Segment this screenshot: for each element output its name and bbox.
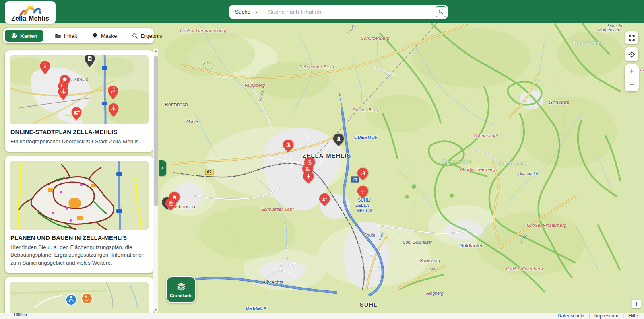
- scroll-up-icon[interactable]: ▲: [153, 49, 158, 53]
- pin-shape: [331, 132, 346, 146]
- card-description: Hier finden Sie u. a. den Flächennutzung…: [10, 243, 148, 267]
- pin-shape: [355, 184, 370, 199]
- header-bar: Zella-Mehlis Suche: [0, 0, 644, 23]
- tab-label: Ergebnis: [141, 33, 162, 39]
- badge-icon: [304, 157, 315, 167]
- footer-link-hilfe[interactable]: Hilfe: [628, 313, 638, 319]
- footer-link-impressum[interactable]: Impressum: [594, 313, 618, 319]
- search-icon: [132, 33, 138, 39]
- map-scale: 1000 m: [6, 313, 34, 317]
- map-card-planen[interactable]: PLANEN UND BAUEN IN ZELLA-MEHLISHier fin…: [5, 156, 153, 274]
- scrollbar-thumb[interactable]: [154, 56, 158, 206]
- sidebar-collapse-button[interactable]: [159, 160, 166, 176]
- zella-mehlis-logo-icon: [18, 3, 42, 17]
- footer-link-datenschutz[interactable]: Datenschutz: [557, 313, 584, 319]
- chevron-left-icon: [160, 165, 165, 171]
- pin-shape: [301, 169, 316, 184]
- footer-links: Datenschutz|Impressum|Hilfe: [557, 313, 638, 319]
- tab-label: Inhalt: [64, 33, 77, 39]
- app-logo[interactable]: Zella-Mehlis: [5, 1, 56, 24]
- search-submit-button[interactable]: [436, 6, 446, 17]
- map-card-stadtplan[interactable]: ZELLA-MEHLISONLINE-STADTPLAN ZELLA-MEHLI…: [5, 50, 153, 152]
- zoom-control: + −: [625, 64, 639, 91]
- tab-karten[interactable]: Karten: [5, 30, 43, 42]
- museum-icon: [165, 198, 176, 208]
- pin-shape: [302, 155, 317, 170]
- pin-shape: [281, 138, 296, 152]
- windmill-icon: [357, 186, 368, 196]
- card-title: ONLINE-STADTPLAN ZELLA-MEHLIS: [10, 129, 148, 135]
- layers-icon: [176, 281, 186, 292]
- museum-icon: [283, 140, 293, 150]
- scroll-down-icon[interactable]: ▼: [153, 308, 158, 312]
- pin-shape: [355, 166, 370, 181]
- pin-shape: [163, 196, 178, 211]
- search-category-dropdown[interactable]: Suche: [229, 5, 264, 19]
- tab-maske[interactable]: Maske: [89, 30, 120, 42]
- search-bar: Suche: [229, 5, 448, 19]
- tab-label: Karten: [20, 33, 37, 39]
- search-category-label: Suche: [235, 9, 250, 15]
- footer-bar: 1000 m Datenschutz|Impressum|Hilfe: [0, 313, 644, 319]
- sidebar-tabbar: KartenInhaltMaskeErgebnis: [3, 28, 154, 43]
- tab-inhalt[interactable]: Inhalt: [52, 30, 80, 42]
- tab-ergebnis[interactable]: Ergebnis: [128, 30, 165, 42]
- windmill-icon: [303, 171, 314, 181]
- construction-icon: [319, 193, 330, 204]
- globe-icon: [11, 33, 17, 39]
- search-icon: [438, 9, 444, 15]
- locate-icon: [628, 51, 636, 58]
- search-input[interactable]: [264, 9, 436, 15]
- zoom-in-button[interactable]: +: [625, 64, 639, 78]
- card-description: Ein kartographischer Überblick zur Stadt…: [10, 138, 148, 146]
- geoportal-app: { "colors":{"header_green":"#1d7847","ma…: [0, 0, 644, 319]
- pin-icon: [92, 33, 98, 39]
- pin-shape: [317, 191, 332, 206]
- zoom-out-button[interactable]: −: [625, 78, 639, 91]
- stadtplan-thumbnail: ZELLA-MEHLIS: [10, 55, 149, 124]
- sidebar-card-list: ZELLA-MEHLISONLINE-STADTPLAN ZELLA-MEHLI…: [5, 50, 153, 319]
- attribution-button[interactable]: i: [632, 300, 641, 308]
- fullscreen-button[interactable]: [625, 31, 638, 44]
- card-title: PLANEN UND BAUEN IN ZELLA-MEHLIS: [10, 235, 148, 241]
- tab-label: Maske: [101, 33, 117, 39]
- chevron-down-icon: [254, 9, 259, 15]
- climbing-icon: [357, 168, 368, 178]
- folder-icon: [55, 33, 61, 39]
- footer-separator: |: [623, 313, 624, 318]
- basemap-switcher-button[interactable]: Grundkarte: [166, 276, 196, 303]
- sidebar-scrollbar: ▲ ▼: [153, 48, 158, 313]
- geolocate-button[interactable]: [625, 47, 638, 61]
- planen-thumbnail: [10, 161, 149, 230]
- tombstone-icon: [333, 134, 344, 144]
- fullscreen-icon: [628, 34, 636, 42]
- footer-separator: |: [589, 313, 590, 318]
- basemap-label: Grundkarte: [170, 293, 193, 298]
